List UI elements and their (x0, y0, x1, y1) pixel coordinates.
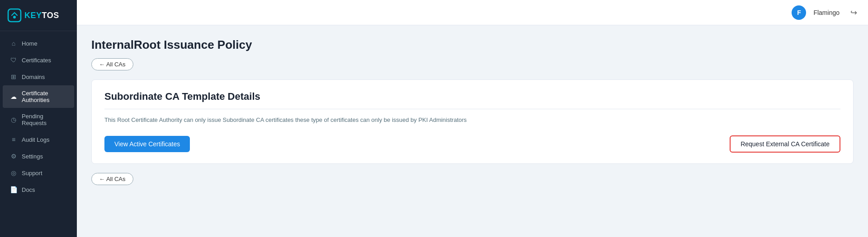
avatar: F (792, 5, 806, 20)
sidebar-item-label-docs: Docs (22, 186, 35, 193)
request-external-ca-certificate-button[interactable]: Request External CA Certificate (730, 135, 840, 153)
sidebar-item-label-support: Support (22, 170, 42, 177)
back-to-all-cas-top-button[interactable]: ← All CAs (91, 58, 133, 70)
sidebar-item-label-home: Home (22, 40, 38, 47)
card-description: This Root Certificate Authority can only… (104, 116, 840, 125)
subordinate-ca-card: Subordinate CA Template Details This Roo… (91, 79, 854, 164)
page-title: InternalRoot Issuance Policy (91, 38, 854, 52)
main-area: F Flamingo ↪ InternalRoot Issuance Polic… (77, 0, 868, 237)
view-active-certificates-button[interactable]: View Active Certificates (104, 136, 190, 152)
logo-icon (7, 8, 22, 23)
grid-icon: ⊞ (10, 73, 17, 80)
sidebar-item-certificates[interactable]: 🛡 Certificates (3, 52, 74, 68)
shield-icon: 🛡 (10, 56, 17, 64)
header: F Flamingo ↪ (77, 0, 868, 25)
sidebar-item-home[interactable]: ⌂ Home (3, 35, 74, 51)
logo-area: KEYTOS (0, 0, 77, 31)
sidebar-item-label-pending: Pending Requests (22, 113, 67, 126)
cloud-icon: ☁ (10, 93, 17, 100)
home-icon: ⌂ (10, 40, 17, 47)
sidebar-item-label-audit: Audit Logs (22, 136, 49, 143)
card-actions: View Active Certificates Request Externa… (104, 135, 840, 153)
sidebar-item-docs[interactable]: 📄 Docs (3, 181, 74, 198)
sidebar-item-audit-logs[interactable]: ≡ Audit Logs (3, 131, 74, 148)
logo-text: KEYTOS (24, 11, 59, 20)
sidebar-item-pending-requests[interactable]: ◷ Pending Requests (3, 108, 74, 131)
logout-icon[interactable]: ↪ (850, 8, 857, 18)
svg-rect-0 (8, 9, 21, 22)
doc-icon: 📄 (10, 186, 17, 193)
sidebar-nav: ⌂ Home 🛡 Certificates ⊞ Domains ☁ Certif… (0, 31, 77, 237)
sidebar: KEYTOS ⌂ Home 🛡 Certificates ⊞ Domains ☁… (0, 0, 77, 237)
sidebar-item-certificate-authorities[interactable]: ☁ Certificate Authorities (3, 85, 74, 108)
content-area: InternalRoot Issuance Policy ← All CAs S… (77, 25, 868, 237)
sidebar-item-label-settings: Settings (22, 153, 43, 160)
sidebar-item-label-ca: Certificate Authorities (22, 90, 67, 103)
sidebar-item-label-certificates: Certificates (22, 57, 51, 64)
user-name: Flamingo (813, 9, 840, 16)
sidebar-item-support[interactable]: ◎ Support (3, 165, 74, 181)
sidebar-item-settings[interactable]: ⚙ Settings (3, 148, 74, 164)
support-icon: ◎ (10, 169, 17, 177)
clock-icon: ◷ (10, 116, 17, 123)
list-icon: ≡ (10, 136, 17, 143)
card-title: Subordinate CA Template Details (104, 91, 840, 109)
sidebar-item-label-domains: Domains (22, 74, 45, 80)
back-to-all-cas-bottom-button[interactable]: ← All CAs (91, 173, 133, 185)
gear-icon: ⚙ (10, 153, 17, 160)
bottom-back-area: ← All CAs (91, 173, 854, 194)
svg-point-1 (13, 16, 16, 19)
sidebar-item-domains[interactable]: ⊞ Domains (3, 69, 74, 85)
